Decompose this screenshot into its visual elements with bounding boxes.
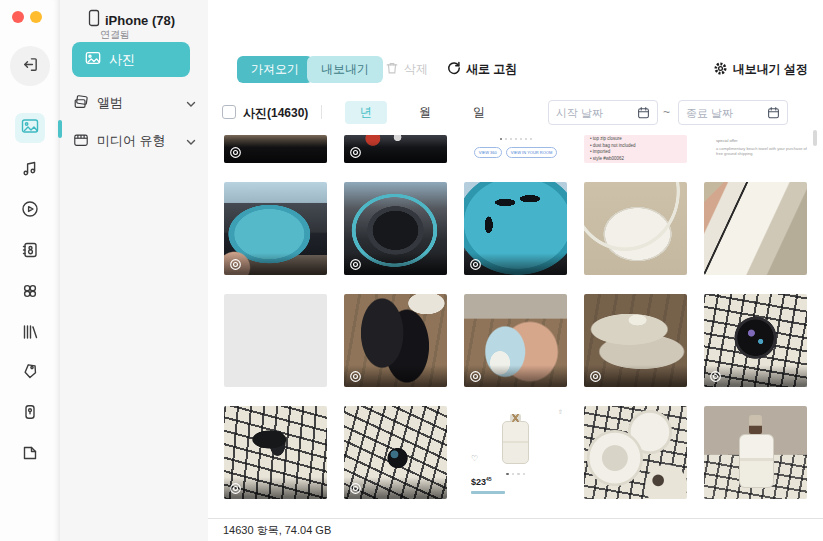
select-all-checkbox[interactable] (222, 105, 236, 119)
export-button[interactable]: 내보내기 (307, 56, 383, 83)
photo-thumbnail[interactable] (344, 294, 447, 387)
photo-thumbnail[interactable] (344, 182, 447, 275)
icon-rail (0, 0, 60, 541)
sidebar-item-videos[interactable] (15, 196, 45, 226)
files-icon (21, 444, 39, 466)
active-nav-indicator (58, 120, 62, 138)
screenshot-text-line: special offer (716, 138, 807, 144)
start-date-input[interactable] (556, 107, 628, 119)
chevron-down-icon (186, 96, 196, 111)
favorite-icon: ♡ (471, 454, 478, 463)
filter-bar: 사진(14630) 년 월 일 ~ (208, 99, 823, 126)
scrollbar-thumb[interactable] (813, 130, 817, 146)
photo-thumbnail[interactable] (704, 182, 807, 275)
item-count-label: 14630 항목, 74.04 GB (223, 524, 331, 536)
photo-thumbnail[interactable] (344, 135, 447, 163)
sidebar-item-apps[interactable] (15, 278, 45, 308)
live-photo-icon (704, 365, 807, 387)
live-photo-icon (344, 365, 447, 387)
live-photo-icon (224, 141, 327, 163)
sidebar-item-files[interactable] (15, 440, 45, 470)
photo-count-label: 사진(14630) (243, 105, 308, 122)
photo-thumbnail[interactable] (704, 406, 807, 499)
sidebar-item-books[interactable] (15, 319, 45, 349)
live-photo-icon (224, 477, 327, 499)
apps-icon (21, 282, 39, 304)
sidebar-item-backup[interactable] (15, 399, 45, 429)
export-settings-label: 내보내기 설정 (733, 61, 808, 78)
photo-thumbnail[interactable]: top zip closure dust bag not included im… (584, 135, 687, 163)
sidebar-item-label: 사진 (109, 51, 135, 69)
live-photo-icon (344, 141, 447, 163)
photos-icon (85, 50, 101, 69)
view-360-button: VIEW 360 (474, 147, 502, 158)
sidebar-item-music[interactable] (15, 155, 45, 185)
live-photo-icon (464, 253, 567, 275)
screenshot-text: top zip closure dust bag not included im… (584, 135, 687, 162)
traffic-light-close[interactable] (12, 11, 24, 23)
disconnect-button[interactable] (10, 46, 50, 86)
main-content: 가져오기 내보내기 삭제 새로 고침 내보내기 설정 사진(14630) 년 (208, 0, 823, 541)
photo-thumbnail[interactable] (584, 182, 687, 275)
albums-icon (73, 94, 89, 113)
sidebar-item-albums[interactable]: 앨범 (72, 90, 202, 116)
photo-thumbnail[interactable]: ⇧ ♡ $2345 (464, 406, 567, 499)
traffic-light-minimize[interactable] (30, 11, 42, 23)
delete-button: 삭제 (385, 56, 428, 83)
sidebar-item-media-types[interactable]: 미디어 유형 (72, 128, 202, 154)
videos-icon (21, 200, 39, 222)
delete-label: 삭제 (404, 61, 428, 78)
photo-thumbnail[interactable] (224, 182, 327, 275)
screenshot-text: special offer a complimentary beach towe… (704, 135, 807, 157)
start-date-field[interactable] (548, 100, 658, 125)
end-date-input[interactable] (686, 107, 758, 119)
end-date-field[interactable] (678, 100, 788, 125)
export-settings-button[interactable]: 내보내기 설정 (713, 56, 808, 83)
contacts-icon (21, 241, 39, 263)
screenshot-text-line: style #wb00062 (590, 156, 687, 163)
live-photo-icon (584, 365, 687, 387)
carousel-dots (464, 138, 567, 140)
refresh-icon (447, 61, 461, 78)
tags-icon (21, 362, 39, 384)
tab-month[interactable]: 월 (404, 101, 446, 124)
import-button[interactable]: 가져오기 (237, 56, 313, 83)
photo-thumbnail[interactable] (224, 294, 327, 387)
media-types-icon (73, 132, 89, 151)
product-link (471, 491, 505, 494)
tab-day[interactable]: 일 (458, 101, 500, 124)
tab-year[interactable]: 년 (345, 101, 387, 124)
photo-thumbnail[interactable] (584, 294, 687, 387)
photo-thumbnail[interactable] (224, 135, 327, 163)
sidebar-item-photos[interactable] (15, 113, 45, 143)
device-status: 연결됨 (100, 28, 130, 42)
photo-thumbnail[interactable] (224, 406, 327, 499)
calendar-icon (767, 106, 780, 119)
screenshot-text-line: free ground shipping (716, 151, 807, 157)
refresh-label: 새로 고침 (466, 61, 517, 78)
logout-icon (22, 56, 39, 77)
product-price: $2345 (471, 476, 492, 487)
status-bar: 14630 항목, 74.04 GB (208, 518, 823, 541)
app-window: iPhone (78) 연결됨 사진 앨범 미디어 유형 (0, 0, 823, 541)
photo-thumbnail[interactable] (464, 182, 567, 275)
product-image (502, 421, 529, 464)
photo-thumbnail[interactable] (464, 294, 567, 387)
sidebar-item-pictures[interactable]: 사진 (72, 42, 190, 77)
sidebar-item-tags[interactable] (15, 358, 45, 388)
photo-thumbnail[interactable]: VIEW 360 VIEW IN YOUR ROOM (464, 135, 567, 163)
date-range-separator: ~ (663, 105, 670, 119)
refresh-button[interactable]: 새로 고침 (447, 56, 517, 83)
backup-icon (21, 403, 39, 425)
sidebar-item-contacts[interactable] (15, 237, 45, 267)
photo-thumbnail[interactable] (584, 406, 687, 499)
photo-thumbnail[interactable] (344, 406, 447, 499)
live-photo-icon (224, 253, 327, 275)
gear-icon (713, 61, 728, 79)
view-in-room-button: VIEW IN YOUR ROOM (506, 147, 557, 158)
photo-thumbnail[interactable]: special offer a complimentary beach towe… (704, 135, 807, 163)
live-photo-icon (464, 365, 567, 387)
books-icon (21, 323, 39, 345)
screenshot-buttons: VIEW 360 VIEW IN YOUR ROOM (464, 147, 567, 158)
photo-thumbnail[interactable] (704, 294, 807, 387)
